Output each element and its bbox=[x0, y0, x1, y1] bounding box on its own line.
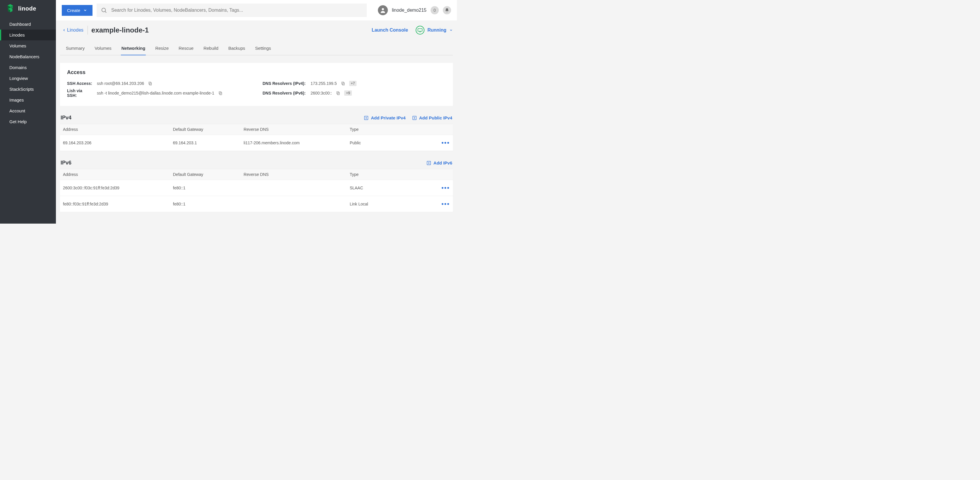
search-field[interactable] bbox=[97, 3, 367, 17]
topbar: Create linode_demo215 0 bbox=[56, 0, 457, 21]
add-public-ipv4-button[interactable]: Add Public IPv4 bbox=[412, 115, 452, 120]
tab-settings[interactable]: Settings bbox=[255, 42, 272, 55]
dns-ipv4-value: 173.255.199.5 bbox=[310, 81, 337, 86]
cell-type: SLAAC bbox=[347, 180, 425, 196]
user-avatar-icon bbox=[378, 5, 388, 15]
col-type: Type bbox=[347, 169, 425, 180]
ipv6-table-row: 2600:3c00::f03c:91ff:fe3d:2d39 fe80::1 S… bbox=[60, 180, 453, 196]
breadcrumb-back-link[interactable]: Linodes bbox=[62, 27, 87, 33]
tab-volumes[interactable]: Volumes bbox=[94, 42, 112, 55]
add-ipv6-label: Add IPv6 bbox=[434, 161, 452, 165]
ipv6-table-header-row: Address Default Gateway Reverse DNS Type bbox=[60, 169, 453, 180]
user-menu[interactable]: linode_demo215 bbox=[378, 5, 426, 15]
svg-rect-16 bbox=[337, 92, 340, 95]
status-label: Running bbox=[427, 27, 446, 33]
tab-label: Backups bbox=[228, 46, 245, 51]
svg-rect-13 bbox=[342, 82, 344, 84]
row-actions-button[interactable]: ••• bbox=[441, 184, 450, 192]
sidebar-item-account[interactable]: Account bbox=[0, 105, 56, 116]
status-dropdown[interactable]: Running bbox=[416, 26, 453, 35]
copy-icon[interactable] bbox=[218, 91, 223, 95]
tab-rebuild[interactable]: Rebuild bbox=[203, 42, 219, 55]
sidebar-item-get-help[interactable]: Get Help bbox=[0, 116, 56, 127]
svg-rect-12 bbox=[342, 83, 344, 85]
cell-type: Link Local bbox=[347, 196, 425, 212]
cell-rdns bbox=[240, 180, 347, 196]
tab-networking[interactable]: Networking bbox=[121, 42, 146, 55]
sidebar-item-nodebalancers[interactable]: NodeBalancers bbox=[0, 51, 56, 62]
ipv4-heading: IPv4 bbox=[60, 115, 72, 121]
add-private-ipv4-button[interactable]: Add Private IPv4 bbox=[364, 115, 406, 120]
dns-ipv4-more-chip[interactable]: +7 bbox=[349, 81, 357, 86]
ssh-access-row: SSH Access: ssh root@69.164.203.206 bbox=[67, 81, 248, 86]
ipv6-heading: IPv6 bbox=[60, 160, 72, 166]
breadcrumb-label: Linodes bbox=[67, 27, 83, 33]
tab-bar: Summary Volumes Networking Resize Rescue… bbox=[60, 42, 453, 55]
chevron-down-icon bbox=[83, 8, 87, 12]
plus-square-icon bbox=[426, 161, 431, 165]
sidebar-item-stackscripts[interactable]: StackScripts bbox=[0, 84, 56, 95]
tab-backups[interactable]: Backups bbox=[228, 42, 246, 55]
username-label: linode_demo215 bbox=[392, 8, 426, 13]
svg-point-5 bbox=[102, 8, 106, 12]
copy-icon[interactable] bbox=[341, 81, 345, 86]
divider bbox=[88, 26, 88, 35]
sidebar-item-dashboard[interactable]: Dashboard bbox=[0, 19, 56, 30]
tab-label: Resize bbox=[155, 46, 169, 51]
lish-ssh-value: ssh -t linode_demo215@lish-dallas.linode… bbox=[97, 91, 214, 95]
dns-ipv6-label: DNS Resolvers (IPv6): bbox=[262, 91, 307, 95]
svg-rect-14 bbox=[220, 92, 222, 95]
running-status-icon bbox=[416, 26, 425, 35]
tab-label: Rebuild bbox=[204, 46, 218, 51]
sidebar-nav: Dashboard Linodes Volumes NodeBalancers … bbox=[0, 17, 56, 127]
cell-gateway: fe80::1 bbox=[170, 180, 241, 196]
add-public-ipv4-label: Add Public IPv4 bbox=[419, 115, 452, 120]
row-actions-button[interactable]: ••• bbox=[441, 139, 450, 147]
sidebar-item-label: StackScripts bbox=[10, 87, 33, 92]
sidebar-item-images[interactable]: Images bbox=[0, 95, 56, 105]
launch-console-link[interactable]: Launch Console bbox=[372, 27, 408, 33]
ipv6-table-row: fe80::f03c:91ff:fe3d:2d39 fe80::1 Link L… bbox=[60, 196, 453, 212]
svg-point-7 bbox=[382, 8, 384, 10]
notification-bell-button[interactable] bbox=[443, 6, 451, 14]
copy-icon[interactable] bbox=[148, 81, 152, 86]
cell-address: 2600:3c00::f03c:91ff:fe3d:2d39 bbox=[60, 180, 170, 196]
create-button[interactable]: Create bbox=[62, 5, 92, 16]
cell-gateway: fe80::1 bbox=[170, 196, 241, 212]
sidebar-item-linodes[interactable]: Linodes bbox=[0, 30, 56, 40]
dns-ipv6-more-chip[interactable]: +9 bbox=[344, 91, 352, 96]
copy-icon[interactable] bbox=[336, 91, 340, 95]
plus-square-icon bbox=[412, 116, 417, 120]
sidebar-item-longview[interactable]: Longview bbox=[0, 73, 56, 84]
sidebar-item-label: NodeBalancers bbox=[10, 54, 40, 59]
sidebar-item-label: Images bbox=[10, 97, 24, 102]
sidebar-item-volumes[interactable]: Volumes bbox=[0, 40, 56, 51]
tab-rescue[interactable]: Rescue bbox=[178, 42, 194, 55]
sidebar-item-label: Dashboard bbox=[10, 22, 31, 27]
sidebar-item-domains[interactable]: Domains bbox=[0, 62, 56, 73]
page-title: example-linode-1 bbox=[91, 26, 149, 34]
brand-logo[interactable]: linode bbox=[0, 0, 56, 17]
tab-summary[interactable]: Summary bbox=[65, 42, 85, 55]
row-actions-button[interactable]: ••• bbox=[441, 200, 450, 208]
notification-count: 0 bbox=[434, 8, 436, 13]
tab-label: Settings bbox=[255, 46, 271, 51]
add-ipv6-button[interactable]: Add IPv6 bbox=[426, 161, 452, 165]
svg-rect-15 bbox=[219, 92, 221, 94]
search-input[interactable] bbox=[107, 5, 363, 16]
plus-square-icon bbox=[364, 116, 369, 120]
dns-ipv6-value: 2600:3c00:: bbox=[310, 91, 332, 95]
bell-icon bbox=[445, 8, 449, 13]
cell-address: 69.164.203.206 bbox=[60, 135, 170, 151]
sidebar-item-label: Account bbox=[10, 108, 25, 113]
notification-count-badge[interactable]: 0 bbox=[431, 6, 439, 14]
ssh-access-value: ssh root@69.164.203.206 bbox=[97, 81, 144, 86]
col-type: Type bbox=[347, 124, 425, 135]
search-icon bbox=[101, 7, 107, 13]
tab-resize[interactable]: Resize bbox=[154, 42, 169, 55]
chevron-down-icon bbox=[449, 29, 453, 32]
col-gateway: Default Gateway bbox=[170, 124, 241, 135]
col-gateway: Default Gateway bbox=[170, 169, 241, 180]
brand-name: linode bbox=[18, 5, 36, 12]
col-address: Address bbox=[60, 169, 170, 180]
